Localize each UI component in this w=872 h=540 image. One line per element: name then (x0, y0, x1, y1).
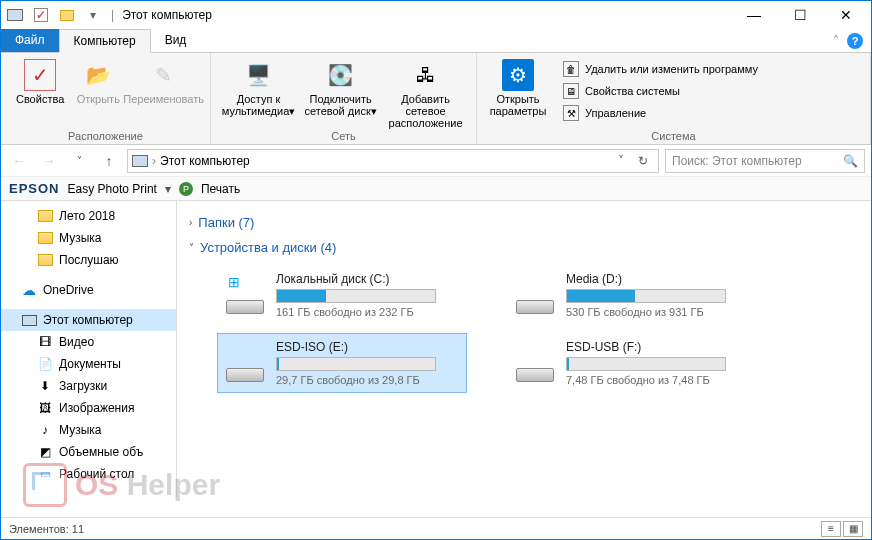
desktop-icon: ▭ (37, 466, 53, 482)
tree-item-documents[interactable]: 📄Документы (1, 353, 176, 375)
group-folders-header[interactable]: › Папки (7) (189, 215, 859, 230)
tree-item-volumes[interactable]: ◩Объемные объ (1, 441, 176, 463)
rename-icon: ✎ (148, 59, 180, 91)
navigation-tree[interactable]: Лето 2018 Музыка Послушаю ☁OneDrive Этот… (1, 201, 177, 497)
gear-icon: ⚙ (502, 59, 534, 91)
epson-product[interactable]: Easy Photo Print (68, 182, 157, 196)
images-icon: 🖼 (37, 400, 53, 416)
drive-free-text: 29,7 ГБ свободно из 29,8 ГБ (276, 374, 460, 386)
qat-computer-icon[interactable] (3, 4, 27, 26)
details-view-button[interactable]: ≡ (821, 521, 841, 537)
collapse-ribbon-icon[interactable]: ˄ (833, 34, 839, 48)
nav-forward-button[interactable]: → (37, 149, 61, 173)
help-icon[interactable]: ? (847, 33, 863, 49)
computer-icon (22, 315, 37, 326)
window-controls: — ☐ ✕ (731, 1, 869, 29)
uninstall-button[interactable]: 🗑Удалить или изменить программу (559, 59, 762, 79)
drive-item[interactable]: Media (D:)530 ГБ свободно из 931 ГБ (507, 265, 757, 325)
qat-new-folder-icon[interactable] (55, 4, 79, 26)
map-drive-icon: 💽 (325, 59, 357, 91)
address-box[interactable]: › Этот компьютер ˅ ↻ (127, 149, 659, 173)
uninstall-label: Удалить или изменить программу (585, 63, 758, 75)
content-area: Лето 2018 Музыка Послушаю ☁OneDrive Этот… (1, 201, 871, 497)
rename-button[interactable]: ✎ Переименовать (123, 57, 204, 105)
drive-item[interactable]: ESD-USB (F:)7,48 ГБ свободно из 7,48 ГБ (507, 333, 757, 393)
tree-item-this-pc[interactable]: Этот компьютер (1, 309, 176, 331)
tree-label: Загрузки (59, 379, 107, 393)
address-path[interactable]: Этот компьютер (160, 154, 250, 168)
tab-computer[interactable]: Компьютер (59, 29, 151, 53)
refresh-button[interactable]: ↻ (632, 154, 654, 168)
title-separator: | (111, 8, 114, 22)
tree-item-onedrive[interactable]: ☁OneDrive (1, 279, 176, 301)
tab-view[interactable]: Вид (151, 29, 201, 52)
qat-dropdown-icon[interactable]: ▾ (81, 4, 105, 26)
downloads-icon: ⬇ (37, 378, 53, 394)
tree-item-downloads[interactable]: ⬇Загрузки (1, 375, 176, 397)
print-button[interactable]: Печать (201, 182, 240, 196)
tree-item-desktop[interactable]: ▭Рабочий стол (1, 463, 176, 485)
tree-item-listen[interactable]: Послушаю (1, 249, 176, 271)
drive-icon (514, 340, 556, 382)
drive-item[interactable]: ESD-ISO (E:)29,7 ГБ свободно из 29,8 ГБ (217, 333, 467, 393)
quick-access-toolbar: ✓ ▾ (3, 4, 105, 26)
manage-icon: ⚒ (563, 105, 579, 121)
group-devices-label: Устройства и диски (4) (200, 240, 336, 255)
open-button[interactable]: 📂 Открыть (73, 57, 123, 105)
sys-properties-button[interactable]: 🖥Свойства системы (559, 81, 762, 101)
main-pane[interactable]: › Папки (7) ˅ Устройства и диски (4) ⊞Ло… (177, 201, 871, 497)
drive-free-text: 7,48 ГБ свободно из 7,48 ГБ (566, 374, 750, 386)
properties-button[interactable]: ✓ Свойства (7, 57, 73, 105)
cloud-icon: ☁ (21, 282, 37, 298)
epson-dropdown-icon[interactable]: ▾ (165, 182, 171, 196)
open-icon: 📂 (82, 59, 114, 91)
maximize-button[interactable]: ☐ (777, 1, 823, 29)
map-drive-label: Подключить сетевой диск▾ (300, 93, 381, 118)
manage-label: Управление (585, 107, 646, 119)
tree-item-music-folder[interactable]: Музыка (1, 227, 176, 249)
tree-item-summer[interactable]: Лето 2018 (1, 205, 176, 227)
breadcrumb-chevron-icon[interactable]: › (152, 154, 156, 168)
tree-item-images[interactable]: 🖼Изображения (1, 397, 176, 419)
tiles-view-button[interactable]: ▦ (843, 521, 863, 537)
tab-file[interactable]: Файл (1, 29, 59, 52)
chevron-right-icon: › (189, 217, 192, 228)
drive-free-text: 530 ГБ свободно из 931 ГБ (566, 306, 750, 318)
ribbon-tabs: Файл Компьютер Вид ˄ ? (1, 29, 871, 53)
nav-up-button[interactable]: ↑ (97, 149, 121, 173)
drive-usage-bar (276, 289, 436, 303)
tree-item-video[interactable]: 🎞Видео (1, 331, 176, 353)
documents-icon: 📄 (37, 356, 53, 372)
drive-usage-bar (566, 289, 726, 303)
tree-label: Музыка (59, 231, 101, 245)
network-group-label: Сеть (211, 130, 476, 144)
sys-properties-icon: 🖥 (563, 83, 579, 99)
chevron-down-icon: ˅ (189, 242, 194, 253)
qat-properties-icon[interactable]: ✓ (29, 4, 53, 26)
add-net-location-icon: 🖧 (410, 59, 442, 91)
drive-icon (224, 340, 266, 382)
tree-label: Лето 2018 (59, 209, 115, 223)
address-dropdown-icon[interactable]: ˅ (614, 154, 628, 168)
close-button[interactable]: ✕ (823, 1, 869, 29)
drive-usage-bar (276, 357, 436, 371)
add-net-location-button[interactable]: 🖧 Добавить сетевое расположение (381, 57, 470, 129)
open-settings-button[interactable]: ⚙ Открыть параметры (483, 57, 553, 117)
open-label: Открыть (77, 93, 120, 105)
windows-logo-icon: ⊞ (228, 274, 240, 290)
rename-label: Переименовать (123, 93, 204, 105)
minimize-button[interactable]: — (731, 1, 777, 29)
map-drive-button[interactable]: 💽 Подключить сетевой диск▾ (300, 57, 381, 118)
media-access-button[interactable]: 🖥️ Доступ к мультимедиа▾ (217, 57, 300, 118)
group-devices-header[interactable]: ˅ Устройства и диски (4) (189, 240, 859, 255)
tree-label: Этот компьютер (43, 313, 133, 327)
nav-recent-dropdown[interactable]: ˅ (67, 149, 91, 173)
open-settings-label: Открыть параметры (483, 93, 553, 117)
ribbon: ✓ Свойства 📂 Открыть ✎ Переименовать Рас… (1, 53, 871, 145)
add-net-location-label: Добавить сетевое расположение (381, 93, 470, 129)
manage-button[interactable]: ⚒Управление (559, 103, 762, 123)
nav-back-button[interactable]: ← (7, 149, 31, 173)
tree-item-music[interactable]: ♪Музыка (1, 419, 176, 441)
search-input[interactable]: Поиск: Этот компьютер 🔍 (665, 149, 865, 173)
drive-item[interactable]: ⊞Локальный диск (C:)161 ГБ свободно из 2… (217, 265, 467, 325)
